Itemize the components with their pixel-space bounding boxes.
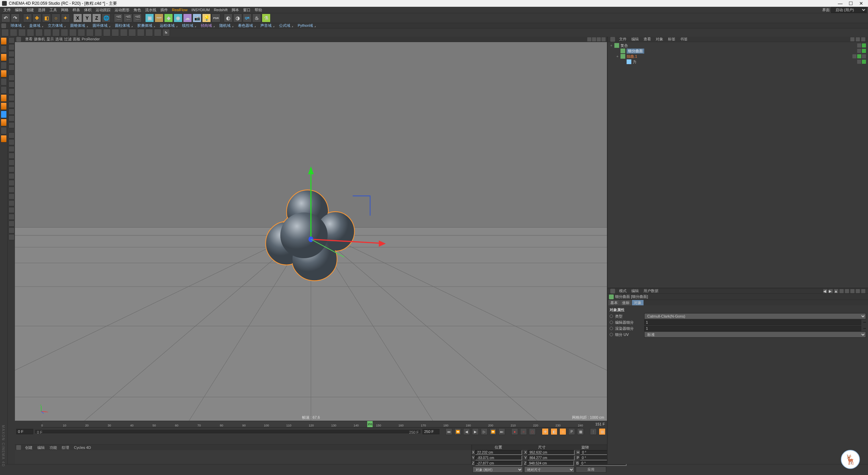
tb2-5[interactable] xyxy=(35,29,43,36)
viewport-menu-过滤[interactable]: 过滤 xyxy=(63,37,72,41)
object-name-label[interactable]: 力 xyxy=(633,59,636,64)
timeline-playhead[interactable]: 151 xyxy=(367,421,373,427)
attr-menu-icon[interactable] xyxy=(861,289,865,293)
goto-start-button[interactable]: ⏮ xyxy=(446,428,452,435)
last-tool[interactable]: ✦ xyxy=(61,14,70,22)
obj-row-细分曲面[interactable]: 细分曲面 xyxy=(608,48,867,54)
plugin-button-1[interactable]: ◐ xyxy=(224,14,233,22)
attr-lock-icon[interactable] xyxy=(850,289,854,293)
tb2-4[interactable] xyxy=(27,29,34,36)
record-button[interactable]: ● xyxy=(511,428,518,435)
spline-button[interactable]: 〰 xyxy=(155,14,163,22)
tb2-1[interactable] xyxy=(1,29,9,36)
tb2-15[interactable] xyxy=(120,29,127,36)
lt2-10[interactable] xyxy=(8,102,15,108)
lt2-18[interactable] xyxy=(8,159,15,166)
prev-frame-button[interactable]: ◀ xyxy=(463,428,470,435)
attr-pin-icon[interactable] xyxy=(840,289,844,293)
render-settings-button[interactable]: 🎬 xyxy=(133,14,142,22)
coord-value-input[interactable] xyxy=(527,461,574,466)
tb2-fx[interactable]: fx xyxy=(162,29,170,36)
menu-网格[interactable]: 网格 xyxy=(59,7,71,12)
objmgr-menu-文件[interactable]: 文件 xyxy=(618,37,627,42)
menu-帮助[interactable]: 帮助 xyxy=(253,7,264,12)
minimize-button[interactable]: — xyxy=(838,1,843,6)
menu-工具[interactable]: 工具 xyxy=(47,7,59,12)
lt2-16[interactable] xyxy=(8,146,15,152)
maximize-button[interactable]: ☐ xyxy=(849,1,853,6)
field-径向域[interactable]: 径向域 xyxy=(197,23,216,28)
tb2-10[interactable] xyxy=(78,29,85,36)
lt-13[interactable] xyxy=(1,135,7,142)
lt2-9[interactable] xyxy=(8,95,15,101)
field-盒体域[interactable]: 盒体域 xyxy=(25,23,44,28)
lt2-1[interactable] xyxy=(8,37,15,43)
lt2-23[interactable] xyxy=(8,193,15,200)
goto-end-button[interactable]: ⏭ xyxy=(498,428,505,435)
rec-pos-button[interactable]: ✥ xyxy=(542,428,549,435)
viewport-nav-2[interactable] xyxy=(592,37,596,41)
menu-Redshift[interactable]: Redshift xyxy=(212,7,230,12)
viewport-menu-摄像机[interactable]: 摄像机 xyxy=(33,37,46,41)
viewport-menu-显示[interactable]: 显示 xyxy=(46,37,55,41)
generator-button[interactable]: ◆ xyxy=(164,14,173,22)
viewport-nav-4[interactable] xyxy=(601,37,606,41)
obj-row-复合[interactable]: +复合 xyxy=(608,43,867,48)
spinner-icon[interactable] xyxy=(575,463,575,463)
axis-z-toggle[interactable]: Z xyxy=(92,14,101,22)
field-着色器域[interactable]: 着色器域 xyxy=(234,23,257,28)
tb2-6[interactable] xyxy=(44,29,51,36)
keyframe-sel-button[interactable]: ◌ xyxy=(529,428,536,435)
attr-tab-对象[interactable]: 对象 xyxy=(632,300,644,305)
tb2-7[interactable] xyxy=(52,29,60,36)
menu-创建[interactable]: 创建 xyxy=(24,7,36,12)
lt2-22[interactable] xyxy=(8,187,15,193)
object-tag-icon[interactable] xyxy=(857,54,861,58)
coord-value-input[interactable] xyxy=(475,450,522,455)
lt2-27[interactable] xyxy=(8,221,15,227)
viewport-nav-1[interactable] xyxy=(587,37,591,41)
attr-tab-基本[interactable]: 基本 xyxy=(608,300,620,305)
tb2-17[interactable] xyxy=(137,29,144,36)
viewport[interactable]: ✥ Number of emitters: 0 Total live parti… xyxy=(15,42,607,421)
axis-mode-button[interactable] xyxy=(1,94,7,102)
anim-dot-icon[interactable] xyxy=(610,327,613,330)
lt2-15[interactable] xyxy=(8,139,15,145)
object-name-label[interactable]: 细分曲面 xyxy=(627,49,644,54)
attr-menu-编辑[interactable]: 编辑 xyxy=(631,288,639,293)
lt2-11[interactable] xyxy=(8,109,15,115)
menu-样条[interactable]: 样条 xyxy=(71,7,82,12)
layout-select[interactable]: 启动 (用户) xyxy=(831,7,867,13)
lt-11[interactable] xyxy=(1,119,7,126)
rotate-tool[interactable]: ○ xyxy=(52,14,60,22)
anim-dot-icon[interactable] xyxy=(610,333,613,336)
object-mode-button[interactable] xyxy=(1,62,7,69)
lt2-14[interactable] xyxy=(8,132,15,138)
render-view-button[interactable]: 🎬 xyxy=(114,14,123,22)
polygon-mode-button[interactable] xyxy=(1,86,7,94)
point-mode-button[interactable] xyxy=(1,70,7,77)
tb2-12[interactable] xyxy=(95,29,102,36)
undo-button[interactable]: ↶ xyxy=(1,14,10,22)
menu-INSYDIUM[interactable]: INSYDIUM xyxy=(190,7,212,12)
field-随机域[interactable]: 随机域 xyxy=(216,23,234,28)
object-tag-icon[interactable] xyxy=(862,54,866,58)
timeline-start-input[interactable] xyxy=(16,429,33,434)
field-圆柱体域[interactable]: 圆柱体域 xyxy=(111,23,134,28)
material-menu-Cycles 4D[interactable]: Cycles 4D xyxy=(73,445,92,450)
field-圆锥体域[interactable]: 圆锥体域 xyxy=(66,23,89,28)
field-立方体域[interactable]: 立方体域 xyxy=(44,23,66,28)
coord-system-button[interactable]: 🌐 xyxy=(102,14,111,22)
rec-param-button[interactable]: P xyxy=(568,428,575,435)
lt2-6[interactable] xyxy=(8,75,15,81)
spinner-icon[interactable] xyxy=(575,452,576,453)
lt2-4[interactable] xyxy=(8,58,15,64)
attr-search-icon[interactable] xyxy=(845,289,849,293)
plugin-button-4[interactable]: ⚗ xyxy=(262,14,271,22)
coord-apply-button[interactable]: 应用 xyxy=(576,467,606,473)
field-圆环体域[interactable]: 圆环体域 xyxy=(89,23,111,28)
attr-new-icon[interactable] xyxy=(856,289,860,293)
axis-y-toggle[interactable]: Y xyxy=(83,14,92,22)
lt2-3[interactable] xyxy=(8,51,15,57)
obj-row-扭曲.1[interactable]: +扭曲.1 xyxy=(608,54,867,59)
